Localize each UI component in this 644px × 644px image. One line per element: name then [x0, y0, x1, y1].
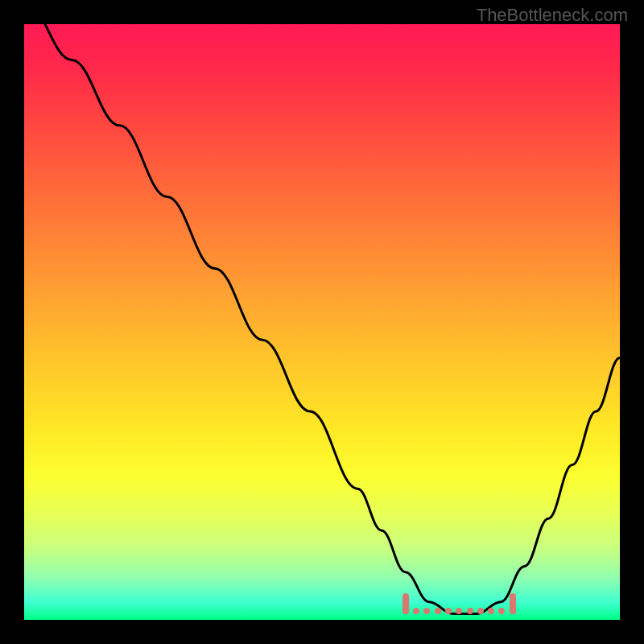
marker-dot	[477, 608, 484, 614]
marker-dot	[413, 608, 419, 614]
marker-dot	[467, 608, 473, 614]
marker-dot	[510, 608, 516, 614]
marker-dot	[498, 608, 505, 614]
watermark-text: TheBottleneck.com	[477, 5, 628, 26]
marker-dot	[488, 608, 494, 614]
marker-dot	[423, 608, 430, 614]
marker-dot	[445, 608, 452, 614]
optimal-range-markers	[24, 24, 620, 620]
chart-plot-area	[24, 24, 620, 620]
marker-dot	[456, 608, 462, 614]
marker-dot	[402, 608, 409, 614]
marker-dots-row	[406, 610, 513, 617]
marker-dot	[435, 608, 441, 614]
